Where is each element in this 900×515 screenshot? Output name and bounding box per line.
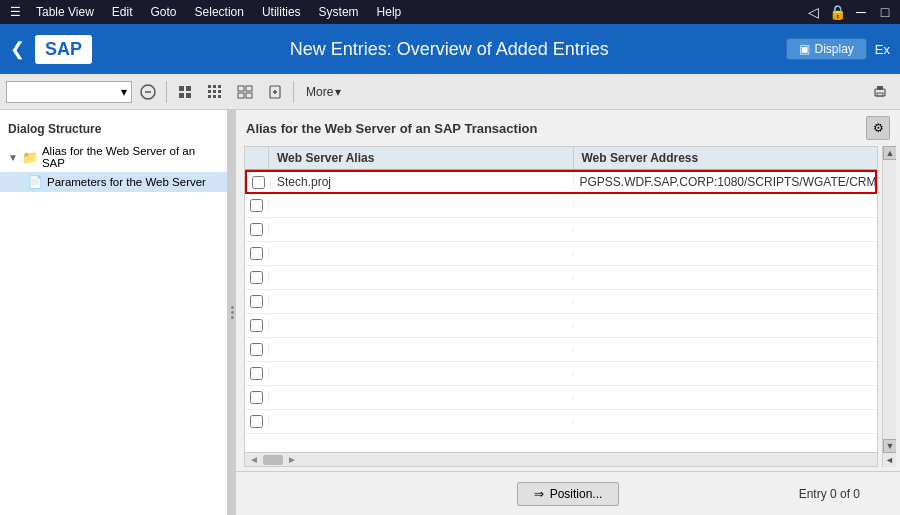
empty-checkbox-10[interactable] — [250, 415, 263, 428]
grid-btn[interactable] — [171, 78, 199, 106]
sidebar-item-params[interactable]: 📄 Parameters for the Web Server — [0, 172, 227, 192]
sidebar-item-alias[interactable]: ▼ 📁 Alias for the Web Server of an SAP — [0, 142, 227, 172]
hscroll-right-arrow[interactable]: ► — [287, 454, 297, 465]
expand-btn[interactable]: Ex — [875, 42, 890, 57]
position-label: Position... — [550, 487, 603, 501]
table-row[interactable]: Stech.proj PGPSS.WDF.SAP.CORP:1080/SCRIP… — [245, 170, 877, 194]
clipboard-icon — [267, 84, 283, 100]
alias-cell[interactable]: Stech.proj — [271, 173, 574, 191]
menu-bar: ☰ Table View Edit Goto Selection Utiliti… — [0, 0, 900, 24]
header-right-actions: ▣ Display Ex — [786, 38, 890, 60]
more-button[interactable]: More ▾ — [298, 78, 349, 106]
table-body: Stech.proj PGPSS.WDF.SAP.CORP:1080/SCRIP… — [245, 170, 877, 452]
empty-checkbox-8[interactable] — [250, 367, 263, 380]
svg-rect-12 — [208, 95, 211, 98]
empty-checkbox-2[interactable] — [250, 223, 263, 236]
table-row-empty-7 — [245, 338, 877, 362]
svg-rect-23 — [877, 86, 883, 90]
display-button[interactable]: ▣ Display — [786, 38, 866, 60]
content-title: Alias for the Web Server of an SAP Trans… — [246, 121, 537, 136]
table-row-empty-8 — [245, 362, 877, 386]
content-area: Alias for the Web Server of an SAP Trans… — [236, 110, 900, 515]
grid3-btn[interactable] — [231, 78, 259, 106]
menu-tableview[interactable]: Table View — [28, 3, 102, 21]
table-row-empty-6 — [245, 314, 877, 338]
tree-folder-icon: 📁 — [22, 150, 38, 165]
svg-rect-13 — [213, 95, 216, 98]
svg-rect-10 — [213, 90, 216, 93]
empty-checkbox-4[interactable] — [250, 271, 263, 284]
sidebar-params-label: Parameters for the Web Server — [47, 176, 206, 188]
content-header: Alias for the Web Server of an SAP Trans… — [236, 110, 900, 146]
entry-count-label: Entry 0 of 0 — [799, 487, 860, 501]
hscroll-left-arrow[interactable]: ◄ — [249, 454, 259, 465]
svg-rect-9 — [208, 90, 211, 93]
printer-btn[interactable] — [866, 78, 894, 106]
sep2 — [293, 81, 294, 103]
window-controls: ◁ 🔒 ─ □ — [802, 1, 896, 23]
table-row-empty-10 — [245, 410, 877, 434]
circle-minus-btn[interactable] — [134, 78, 162, 106]
win-minimize-btn[interactable]: ─ — [850, 1, 872, 23]
win-lock-btn[interactable]: 🔒 — [826, 1, 848, 23]
scroll-up-btn[interactable]: ▲ — [883, 146, 896, 160]
th-checkbox — [245, 147, 269, 169]
empty-checkbox-6[interactable] — [250, 319, 263, 332]
position-button[interactable]: ⇒ Position... — [517, 482, 620, 506]
svg-rect-2 — [179, 86, 184, 91]
drag-dot2 — [231, 311, 234, 314]
drag-dot3 — [231, 316, 234, 319]
svg-rect-15 — [238, 86, 244, 91]
sidebar-drag-handle[interactable] — [228, 110, 236, 515]
menu-system[interactable]: System — [311, 3, 367, 21]
win-back-btn[interactable]: ◁ — [802, 1, 824, 23]
row-checkbox[interactable] — [252, 176, 265, 189]
dialog-structure-sidebar: Dialog Structure ▼ 📁 Alias for the Web S… — [0, 110, 228, 515]
sap-logo: SAP — [35, 35, 92, 64]
toolbar: ▾ — [0, 74, 900, 110]
horizontal-scrollbar[interactable]: ◄ ► — [245, 452, 877, 466]
settings-button[interactable]: ⚙ — [866, 116, 890, 140]
svg-rect-11 — [218, 90, 221, 93]
menu-help[interactable]: Help — [369, 3, 410, 21]
menu-selection[interactable]: Selection — [187, 3, 252, 21]
scroll-down-btn[interactable]: ▼ — [883, 439, 896, 453]
hscroll-thumb[interactable] — [263, 455, 283, 465]
scroll-left-btn[interactable]: ◄ — [883, 453, 896, 467]
scroll-track[interactable] — [883, 160, 896, 439]
svg-rect-4 — [179, 93, 184, 98]
settings-icon: ⚙ — [873, 121, 884, 135]
command-input-wrapper[interactable]: ▾ — [6, 81, 132, 103]
more-arrow-icon: ▾ — [335, 85, 341, 99]
command-input[interactable] — [11, 85, 121, 99]
menu-goto[interactable]: Goto — [143, 3, 185, 21]
clipboard-btn[interactable] — [261, 78, 289, 106]
row-checkbox-cell — [247, 176, 271, 189]
table-row-empty-2 — [245, 218, 877, 242]
svg-rect-14 — [218, 95, 221, 98]
empty-checkbox-1[interactable] — [250, 199, 263, 212]
svg-rect-24 — [877, 93, 883, 96]
empty-checkbox-3[interactable] — [250, 247, 263, 260]
th-alias: Web Server Alias — [269, 147, 574, 169]
menu-utilities[interactable]: Utilities — [254, 3, 309, 21]
win-maximize-btn[interactable]: □ — [874, 1, 896, 23]
footer: ⇒ Position... Entry 0 of 0 — [236, 471, 900, 515]
svg-rect-8 — [218, 85, 221, 88]
address-cell[interactable]: PGPSS.WDF.SAP.CORP:1080/SCRIPTS/WGATE/CR… — [574, 173, 876, 191]
back-icon — [140, 84, 156, 100]
sep1 — [166, 81, 167, 103]
empty-checkbox-9[interactable] — [250, 391, 263, 404]
hamburger-icon[interactable]: ☰ — [4, 1, 26, 23]
dropdown-arrow-icon[interactable]: ▾ — [121, 85, 127, 99]
empty-checkbox-5[interactable] — [250, 295, 263, 308]
empty-checkbox-7[interactable] — [250, 343, 263, 356]
grid-icon — [177, 84, 193, 100]
grid2-btn[interactable] — [201, 78, 229, 106]
menu-edit[interactable]: Edit — [104, 3, 141, 21]
grid3-icon — [237, 84, 253, 100]
tree-expand-icon: ▼ — [8, 152, 18, 163]
back-button[interactable]: ❮ — [10, 38, 25, 60]
svg-rect-7 — [213, 85, 216, 88]
th-address: Web Server Address — [574, 147, 878, 169]
